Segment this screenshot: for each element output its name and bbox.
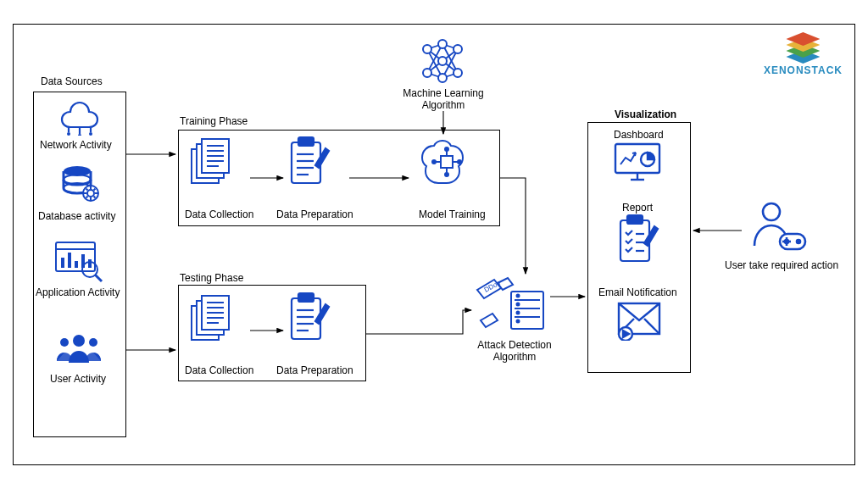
connectors <box>0 0 868 489</box>
